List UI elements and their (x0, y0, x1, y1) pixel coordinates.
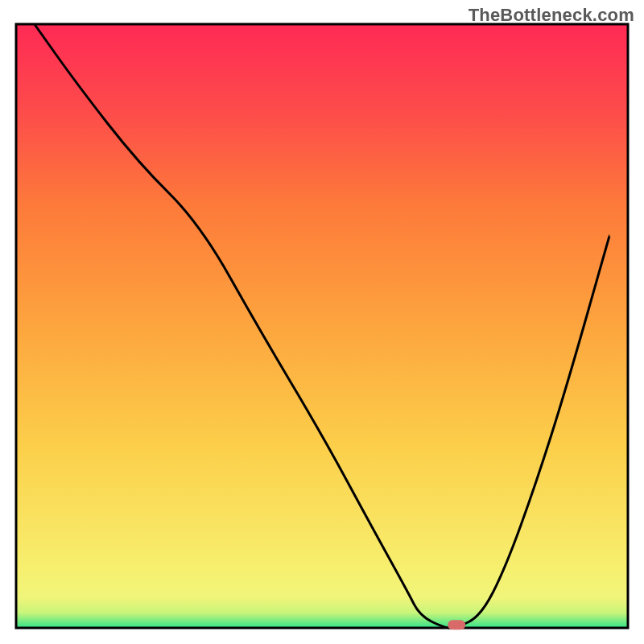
chart-container: TheBottleneck.com (0, 0, 644, 644)
watermark-text: TheBottleneck.com (469, 5, 634, 26)
chart-svg (0, 0, 644, 644)
marker-pill (448, 620, 465, 630)
gradient-background (16, 24, 628, 628)
